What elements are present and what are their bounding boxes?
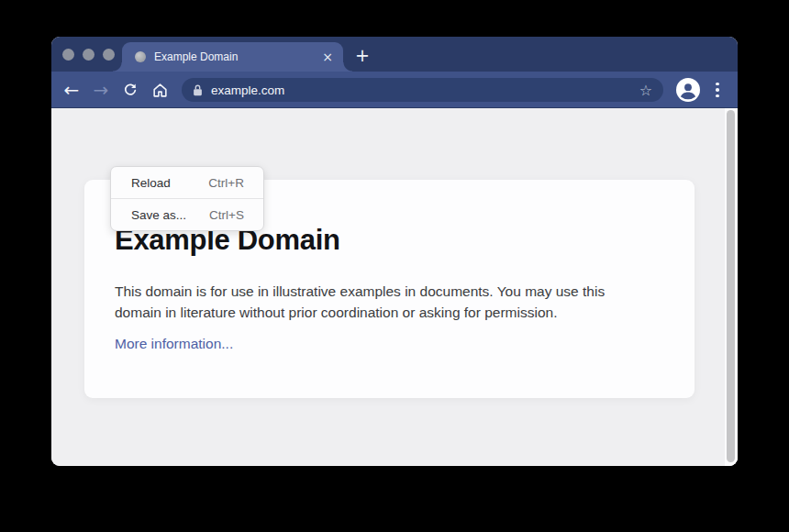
profile-avatar[interactable] bbox=[676, 78, 700, 102]
menu-item-shortcut: Ctrl+S bbox=[209, 208, 244, 222]
back-icon[interactable]: ← bbox=[57, 75, 86, 105]
window-minimize-button[interactable] bbox=[83, 49, 94, 61]
menu-item-label: Save as... bbox=[131, 208, 186, 222]
home-icon[interactable] bbox=[145, 75, 174, 105]
bookmark-star-icon[interactable]: ☆ bbox=[639, 82, 652, 99]
context-menu-item-save-as[interactable]: Save as... Ctrl+S bbox=[111, 198, 263, 230]
browser-window: Example Domain × + ← → bbox=[51, 37, 738, 466]
menu-item-shortcut: Ctrl+R bbox=[208, 176, 244, 190]
backdrop: Example Domain × + ← → bbox=[0, 0, 789, 532]
reload-icon[interactable] bbox=[116, 75, 145, 105]
scrollbar-track[interactable] bbox=[725, 108, 738, 466]
more-information-link[interactable]: More information... bbox=[115, 336, 233, 352]
context-menu-item-reload[interactable]: Reload Ctrl+R bbox=[111, 167, 263, 198]
favicon-globe-icon bbox=[135, 51, 146, 62]
tab-example-domain[interactable]: Example Domain × bbox=[122, 42, 343, 72]
address-bar[interactable]: example.com ☆ bbox=[182, 78, 663, 102]
browser-toolbar: ← → example.com bbox=[51, 72, 738, 108]
lock-icon[interactable] bbox=[193, 83, 203, 96]
page-paragraph: This domain is for use in illustrative e… bbox=[115, 281, 651, 323]
forward-icon[interactable]: → bbox=[86, 75, 116, 105]
browser-menu-icon[interactable] bbox=[716, 83, 719, 98]
url-text: example.com bbox=[211, 83, 632, 97]
tab-close-icon[interactable]: × bbox=[322, 50, 333, 63]
context-menu: Reload Ctrl+R Save as... Ctrl+S bbox=[110, 166, 264, 231]
window-close-button[interactable] bbox=[62, 49, 74, 61]
tab-strip: Example Domain × + bbox=[51, 37, 738, 72]
window-maximize-button[interactable] bbox=[103, 49, 115, 61]
tab-title: Example Domain bbox=[154, 50, 315, 63]
window-controls bbox=[62, 49, 115, 61]
scrollbar-thumb[interactable] bbox=[727, 110, 735, 462]
page-viewport: Example Domain This domain is for use in… bbox=[51, 108, 738, 466]
menu-item-label: Reload bbox=[131, 176, 171, 190]
new-tab-button[interactable]: + bbox=[353, 47, 372, 65]
